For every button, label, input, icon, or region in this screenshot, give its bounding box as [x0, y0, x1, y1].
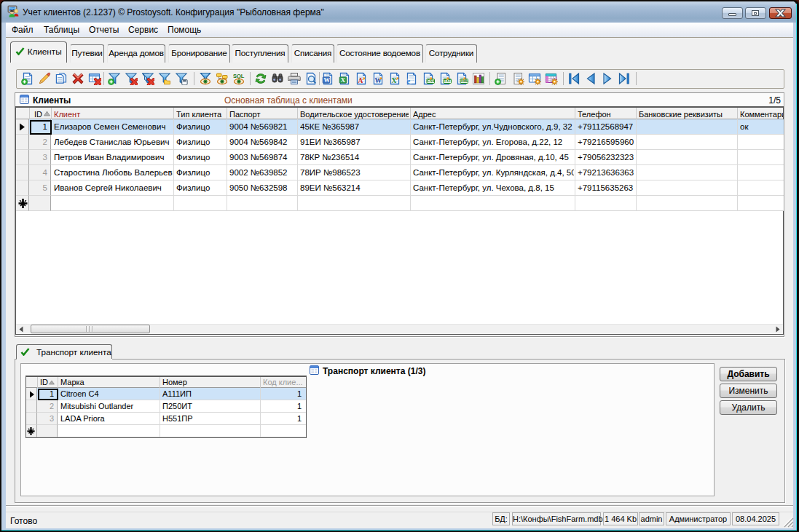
svg-text:SQL: SQL [233, 73, 245, 79]
svg-text:A: A [358, 77, 363, 84]
svg-text:XML: XML [461, 79, 468, 83]
svg-text:X: X [341, 76, 346, 84]
svg-text:e: e [407, 77, 411, 85]
svg-text:CSV: CSV [428, 79, 435, 83]
svg-text:X: X [392, 77, 397, 84]
svg-text:W: W [323, 76, 330, 84]
svg-text:TXT: TXT [444, 79, 451, 83]
